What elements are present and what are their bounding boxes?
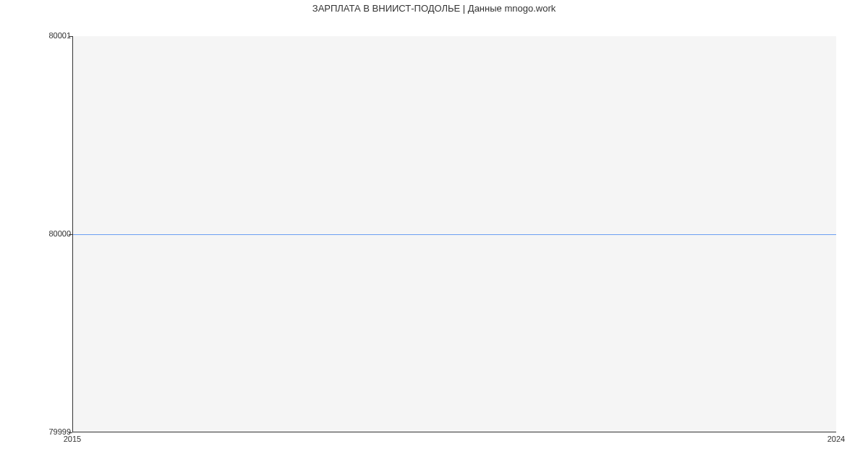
x-tick-label: 2015 <box>58 435 87 443</box>
y-tick-label: 80000 <box>6 230 71 238</box>
y-tick-label: 80001 <box>6 32 71 40</box>
plot-area <box>72 36 836 432</box>
x-tick-label: 2024 <box>822 435 851 443</box>
y-tick-mark <box>69 432 72 433</box>
salary-line <box>73 234 836 235</box>
chart-title: ЗАРПЛАТА В ВНИИСТ-ПОДОЛЬЕ | Данные mnogo… <box>0 3 868 14</box>
